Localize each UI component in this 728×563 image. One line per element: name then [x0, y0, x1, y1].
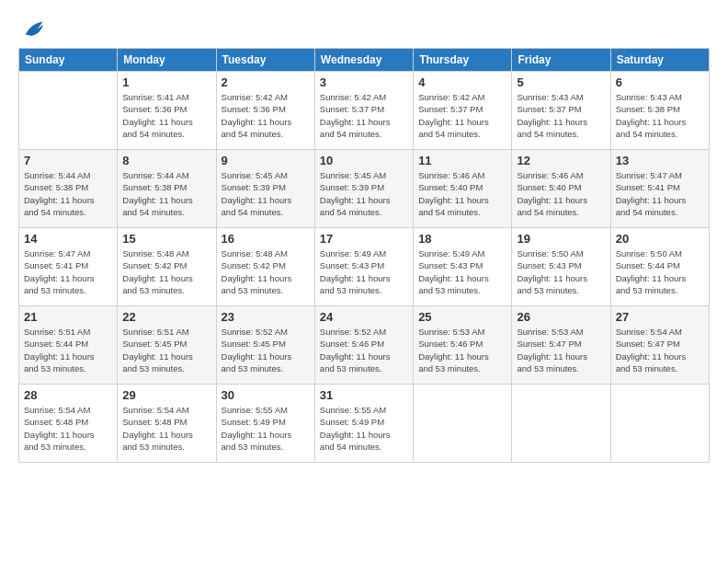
day-number: 29	[122, 388, 210, 402]
day-info: Sunrise: 5:45 AMSunset: 5:39 PMDaylight:…	[320, 169, 408, 218]
day-number: 3	[320, 75, 408, 89]
day-info: Sunrise: 5:48 AMSunset: 5:42 PMDaylight:…	[222, 247, 310, 296]
calendar-cell: 30Sunrise: 5:55 AMSunset: 5:49 PMDayligh…	[216, 385, 314, 463]
day-number: 2	[222, 75, 310, 89]
calendar-table: SundayMondayTuesdayWednesdayThursdayFrid…	[18, 48, 710, 463]
day-number: 1	[122, 75, 210, 89]
day-number: 12	[517, 154, 605, 167]
weekday-sunday: Sunday	[19, 49, 118, 72]
calendar-cell: 28Sunrise: 5:54 AMSunset: 5:48 PMDayligh…	[19, 385, 118, 463]
calendar-cell: 8Sunrise: 5:44 AMSunset: 5:38 PMDaylight…	[118, 150, 216, 228]
day-number: 19	[517, 232, 605, 246]
calendar-cell: 19Sunrise: 5:50 AMSunset: 5:43 PMDayligh…	[512, 228, 610, 306]
day-info: Sunrise: 5:42 AMSunset: 5:37 PMDaylight:…	[320, 91, 408, 140]
day-number: 31	[320, 388, 408, 402]
day-info: Sunrise: 5:42 AMSunset: 5:37 PMDaylight:…	[418, 91, 506, 140]
calendar-cell: 23Sunrise: 5:52 AMSunset: 5:45 PMDayligh…	[216, 306, 314, 385]
day-info: Sunrise: 5:44 AMSunset: 5:38 PMDaylight:…	[24, 169, 112, 218]
weekday-thursday: Thursday	[414, 49, 512, 72]
day-number: 5	[517, 75, 605, 89]
day-info: Sunrise: 5:53 AMSunset: 5:46 PMDaylight:…	[418, 326, 506, 374]
day-info: Sunrise: 5:55 AMSunset: 5:49 PMDaylight:…	[320, 404, 408, 453]
calendar-cell: 15Sunrise: 5:48 AMSunset: 5:42 PMDayligh…	[118, 228, 216, 306]
calendar-cell: 14Sunrise: 5:47 AMSunset: 5:41 PMDayligh…	[19, 228, 118, 306]
day-number: 8	[122, 154, 210, 167]
calendar-cell: 6Sunrise: 5:43 AMSunset: 5:38 PMDaylight…	[610, 72, 709, 150]
day-number: 22	[122, 310, 210, 324]
calendar-week-1: 1Sunrise: 5:41 AMSunset: 5:36 PMDaylight…	[19, 72, 710, 150]
day-info: Sunrise: 5:53 AMSunset: 5:47 PMDaylight:…	[517, 326, 605, 374]
calendar-cell: 20Sunrise: 5:50 AMSunset: 5:44 PMDayligh…	[610, 228, 709, 306]
calendar-week-2: 7Sunrise: 5:44 AMSunset: 5:38 PMDaylight…	[19, 150, 710, 228]
day-number: 25	[418, 310, 506, 324]
day-number: 14	[24, 232, 112, 246]
page: SundayMondayTuesdayWednesdayThursdayFrid…	[0, 0, 728, 563]
logo	[18, 17, 46, 42]
day-info: Sunrise: 5:49 AMSunset: 5:43 PMDaylight:…	[320, 247, 408, 296]
calendar-cell: 26Sunrise: 5:53 AMSunset: 5:47 PMDayligh…	[512, 306, 610, 385]
calendar-week-4: 21Sunrise: 5:51 AMSunset: 5:44 PMDayligh…	[19, 306, 710, 385]
day-number: 27	[616, 310, 704, 324]
header	[18, 17, 710, 42]
calendar-cell: 12Sunrise: 5:46 AMSunset: 5:40 PMDayligh…	[512, 150, 610, 228]
day-info: Sunrise: 5:48 AMSunset: 5:42 PMDaylight:…	[122, 247, 210, 296]
day-info: Sunrise: 5:46 AMSunset: 5:40 PMDaylight:…	[418, 169, 506, 218]
calendar-cell	[19, 72, 118, 150]
calendar-cell: 11Sunrise: 5:46 AMSunset: 5:40 PMDayligh…	[414, 150, 512, 228]
calendar-cell	[610, 385, 709, 463]
calendar-week-5: 28Sunrise: 5:54 AMSunset: 5:48 PMDayligh…	[19, 385, 710, 463]
day-info: Sunrise: 5:45 AMSunset: 5:39 PMDaylight:…	[222, 169, 310, 218]
day-number: 15	[122, 232, 210, 246]
day-info: Sunrise: 5:55 AMSunset: 5:49 PMDaylight:…	[222, 404, 310, 453]
calendar-cell: 31Sunrise: 5:55 AMSunset: 5:49 PMDayligh…	[314, 385, 413, 463]
day-info: Sunrise: 5:50 AMSunset: 5:43 PMDaylight:…	[517, 247, 605, 296]
day-number: 16	[222, 232, 310, 246]
day-info: Sunrise: 5:41 AMSunset: 5:36 PMDaylight:…	[122, 91, 210, 140]
calendar-cell: 27Sunrise: 5:54 AMSunset: 5:47 PMDayligh…	[610, 306, 709, 385]
day-number: 7	[24, 154, 112, 167]
day-number: 21	[24, 310, 112, 324]
calendar-cell	[512, 385, 610, 463]
day-number: 26	[517, 310, 605, 324]
day-number: 4	[418, 75, 506, 89]
weekday-saturday: Saturday	[610, 49, 709, 72]
calendar-cell: 4Sunrise: 5:42 AMSunset: 5:37 PMDaylight…	[414, 72, 512, 150]
day-info: Sunrise: 5:51 AMSunset: 5:45 PMDaylight:…	[122, 326, 210, 374]
day-info: Sunrise: 5:54 AMSunset: 5:47 PMDaylight:…	[616, 326, 704, 374]
calendar-cell: 16Sunrise: 5:48 AMSunset: 5:42 PMDayligh…	[216, 228, 314, 306]
calendar-cell: 25Sunrise: 5:53 AMSunset: 5:46 PMDayligh…	[414, 306, 512, 385]
calendar-cell: 18Sunrise: 5:49 AMSunset: 5:43 PMDayligh…	[414, 228, 512, 306]
calendar-cell: 9Sunrise: 5:45 AMSunset: 5:39 PMDaylight…	[216, 150, 314, 228]
day-number: 23	[222, 310, 310, 324]
day-number: 9	[222, 154, 310, 167]
day-info: Sunrise: 5:52 AMSunset: 5:46 PMDaylight:…	[320, 326, 408, 374]
weekday-wednesday: Wednesday	[314, 49, 413, 72]
day-number: 11	[418, 154, 506, 167]
day-number: 28	[24, 388, 112, 402]
calendar-cell: 17Sunrise: 5:49 AMSunset: 5:43 PMDayligh…	[314, 228, 413, 306]
day-info: Sunrise: 5:43 AMSunset: 5:38 PMDaylight:…	[616, 91, 704, 140]
calendar-week-3: 14Sunrise: 5:47 AMSunset: 5:41 PMDayligh…	[19, 228, 710, 306]
calendar-cell: 2Sunrise: 5:42 AMSunset: 5:36 PMDaylight…	[216, 72, 314, 150]
day-info: Sunrise: 5:49 AMSunset: 5:43 PMDaylight:…	[418, 247, 506, 296]
calendar-cell: 22Sunrise: 5:51 AMSunset: 5:45 PMDayligh…	[118, 306, 216, 385]
weekday-header-row: SundayMondayTuesdayWednesdayThursdayFrid…	[19, 49, 710, 72]
day-info: Sunrise: 5:52 AMSunset: 5:45 PMDaylight:…	[222, 326, 310, 374]
day-number: 10	[320, 154, 408, 167]
calendar-cell: 1Sunrise: 5:41 AMSunset: 5:36 PMDaylight…	[118, 72, 216, 150]
day-info: Sunrise: 5:50 AMSunset: 5:44 PMDaylight:…	[616, 247, 704, 296]
calendar-cell: 29Sunrise: 5:54 AMSunset: 5:48 PMDayligh…	[118, 385, 216, 463]
day-info: Sunrise: 5:54 AMSunset: 5:48 PMDaylight:…	[122, 404, 210, 453]
day-number: 20	[616, 232, 704, 246]
calendar-cell: 13Sunrise: 5:47 AMSunset: 5:41 PMDayligh…	[610, 150, 709, 228]
weekday-tuesday: Tuesday	[216, 49, 314, 72]
day-info: Sunrise: 5:47 AMSunset: 5:41 PMDaylight:…	[24, 247, 112, 296]
day-number: 6	[616, 75, 704, 89]
calendar-cell	[414, 385, 512, 463]
day-number: 13	[616, 154, 704, 167]
calendar-cell: 5Sunrise: 5:43 AMSunset: 5:37 PMDaylight…	[512, 72, 610, 150]
calendar-cell: 3Sunrise: 5:42 AMSunset: 5:37 PMDaylight…	[314, 72, 413, 150]
day-info: Sunrise: 5:46 AMSunset: 5:40 PMDaylight:…	[517, 169, 605, 218]
weekday-friday: Friday	[512, 49, 610, 72]
day-info: Sunrise: 5:44 AMSunset: 5:38 PMDaylight:…	[122, 169, 210, 218]
